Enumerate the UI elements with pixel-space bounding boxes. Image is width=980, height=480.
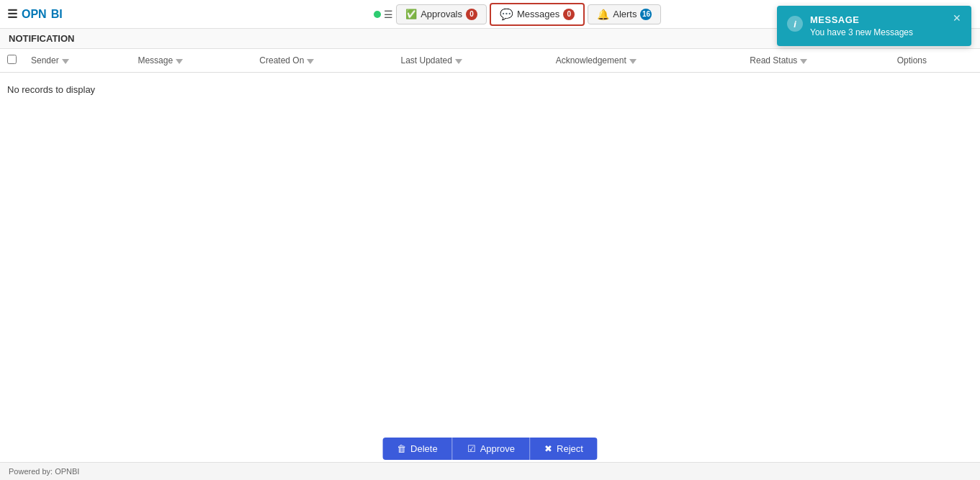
col-message: Message xyxy=(130,49,252,73)
messages-badge: 0 xyxy=(563,9,575,20)
tab-alerts[interactable]: 🔔 Alerts 16 xyxy=(588,4,661,24)
col-checkbox xyxy=(0,49,24,73)
delete-label: Delete xyxy=(410,443,438,454)
tab-approvals-label: Approvals xyxy=(421,9,462,19)
messages-icon: 💬 xyxy=(500,8,513,21)
page-footer: Powered by: OPNBI xyxy=(0,462,980,480)
reject-icon: ✖ xyxy=(544,443,552,454)
col-message-label: Message xyxy=(138,55,173,65)
select-all-checkbox[interactable] xyxy=(7,55,17,64)
tab-messages-label: Messages xyxy=(517,9,559,19)
tab-alerts-label: Alerts xyxy=(613,9,637,19)
alerts-icon: 🔔 xyxy=(597,9,609,20)
brand: ☰ OPNBI xyxy=(7,7,63,21)
col-acknowledgement-label: Acknowledgement xyxy=(556,55,626,65)
read-status-filter-icon[interactable] xyxy=(800,59,807,64)
toast-info-icon: i xyxy=(787,16,803,32)
status-dot xyxy=(374,11,381,18)
notification-table: Sender Message Created On Last Updated xyxy=(0,49,980,107)
reject-label: Reject xyxy=(557,443,583,454)
created-on-filter-icon[interactable] xyxy=(307,59,314,64)
approve-icon: ☑ xyxy=(467,443,476,454)
toast-content: MESSAGE You have 3 new Messages xyxy=(810,14,945,37)
approve-label: Approve xyxy=(480,443,515,454)
col-created-on: Created On xyxy=(252,49,393,73)
approvals-icon: ✅ xyxy=(405,9,417,19)
col-last-updated-label: Last Updated xyxy=(400,55,451,65)
toast-message: You have 3 new Messages xyxy=(810,27,945,37)
col-options: Options xyxy=(890,49,980,73)
col-read-status-label: Read Status xyxy=(750,55,797,65)
tab-approvals[interactable]: ✅ Approvals 0 xyxy=(396,4,487,24)
approve-button[interactable]: ☑ Approve xyxy=(452,438,529,460)
col-created-on-label: Created On xyxy=(259,55,304,65)
toast-close-button[interactable]: ✕ xyxy=(953,13,961,23)
sender-filter-icon[interactable] xyxy=(62,59,69,64)
col-last-updated: Last Updated xyxy=(393,49,548,73)
message-filter-icon[interactable] xyxy=(176,59,183,64)
col-read-status: Read Status xyxy=(742,49,889,73)
powered-by-text: Powered by: OPNBI xyxy=(9,467,79,476)
toast-title: MESSAGE xyxy=(810,14,945,25)
alerts-badge: 16 xyxy=(640,9,652,20)
toast-notification: i MESSAGE You have 3 new Messages ✕ xyxy=(777,6,971,46)
delete-icon: 🗑 xyxy=(397,443,406,454)
col-acknowledgement: Acknowledgement xyxy=(549,49,743,73)
acknowledgement-filter-icon[interactable] xyxy=(629,59,637,64)
col-sender: Sender xyxy=(24,49,130,73)
hamburger-icon[interactable]: ☰ xyxy=(7,7,17,21)
action-bar: 🗑 Delete ☑ Approve ✖ Reject xyxy=(382,438,598,460)
no-records-text: No records to display xyxy=(0,73,980,107)
reject-button[interactable]: ✖ Reject xyxy=(529,438,598,460)
col-sender-label: Sender xyxy=(31,55,59,65)
approvals-badge: 0 xyxy=(466,9,477,20)
brand-opn: OPN xyxy=(22,8,47,21)
col-options-label: Options xyxy=(897,55,927,65)
brand-bi: BI xyxy=(51,8,63,21)
tab-messages[interactable]: 💬 Messages 0 xyxy=(490,3,585,26)
delete-button[interactable]: 🗑 Delete xyxy=(382,438,452,460)
filter-icon[interactable]: ☰ xyxy=(384,9,393,20)
last-updated-filter-icon[interactable] xyxy=(455,59,462,64)
